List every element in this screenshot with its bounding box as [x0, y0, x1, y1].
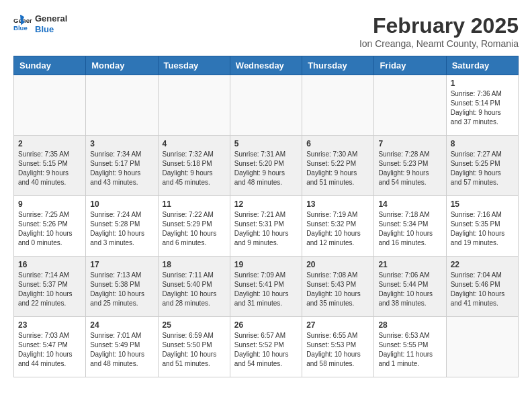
calendar-cell-0-5	[374, 75, 446, 136]
day-number-2-6: 15	[451, 199, 514, 209]
day-number-4-2: 25	[163, 320, 226, 330]
calendar-cell-0-6: 1Sunrise: 7:36 AM Sunset: 5:14 PM Daylig…	[446, 75, 518, 136]
day-number-2-5: 14	[378, 199, 441, 209]
logo-general-text: General	[35, 13, 67, 24]
header-tuesday: Tuesday	[158, 56, 230, 75]
day-number-3-6: 22	[451, 260, 514, 269]
calendar-cell-2-2: 11Sunrise: 7:22 AM Sunset: 5:29 PM Dayli…	[158, 196, 230, 257]
logo-blue-text: Blue	[35, 24, 67, 35]
day-info-2-3: Sunrise: 7:21 AM Sunset: 5:31 PM Dayligh…	[234, 210, 298, 248]
day-number-3-4: 20	[306, 260, 369, 269]
calendar-cell-3-1: 17Sunrise: 7:13 AM Sunset: 5:38 PM Dayli…	[86, 257, 158, 317]
day-info-1-5: Sunrise: 7:28 AM Sunset: 5:23 PM Dayligh…	[378, 150, 441, 187]
day-info-1-6: Sunrise: 7:27 AM Sunset: 5:25 PM Dayligh…	[451, 150, 514, 187]
day-info-1-2: Sunrise: 7:32 AM Sunset: 5:18 PM Dayligh…	[163, 150, 226, 187]
day-info-1-4: Sunrise: 7:30 AM Sunset: 5:22 PM Dayligh…	[306, 150, 369, 187]
day-number-2-3: 12	[234, 199, 298, 209]
header-friday: Friday	[374, 56, 446, 75]
calendar-cell-2-5: 14Sunrise: 7:18 AM Sunset: 5:34 PM Dayli…	[374, 196, 446, 257]
title-block: February 2025 Ion Creanga, Neamt County,…	[359, 13, 519, 49]
month-year-title: February 2025	[359, 13, 519, 38]
day-info-4-2: Sunrise: 6:59 AM Sunset: 5:50 PM Dayligh…	[163, 331, 226, 369]
header-wednesday: Wednesday	[230, 56, 302, 75]
calendar-cell-3-5: 21Sunrise: 7:06 AM Sunset: 5:44 PM Dayli…	[374, 257, 446, 317]
calendar-row-1: 2Sunrise: 7:35 AM Sunset: 5:15 PM Daylig…	[14, 136, 519, 196]
calendar-cell-1-5: 7Sunrise: 7:28 AM Sunset: 5:23 PM Daylig…	[374, 136, 446, 196]
day-number-3-3: 19	[234, 260, 298, 269]
calendar-cell-1-2: 4Sunrise: 7:32 AM Sunset: 5:18 PM Daylig…	[158, 136, 230, 196]
calendar-cell-4-3: 26Sunrise: 6:57 AM Sunset: 5:52 PM Dayli…	[230, 317, 302, 377]
day-info-2-5: Sunrise: 7:18 AM Sunset: 5:34 PM Dayligh…	[378, 210, 441, 248]
calendar-cell-4-5: 28Sunrise: 6:53 AM Sunset: 5:55 PM Dayli…	[374, 317, 446, 377]
day-info-2-0: Sunrise: 7:25 AM Sunset: 5:26 PM Dayligh…	[18, 210, 81, 248]
day-number-4-3: 26	[234, 320, 298, 330]
day-info-3-3: Sunrise: 7:09 AM Sunset: 5:41 PM Dayligh…	[234, 271, 298, 308]
page-header: General Blue General Blue February 2025 …	[13, 13, 519, 49]
calendar-row-2: 9Sunrise: 7:25 AM Sunset: 5:26 PM Daylig…	[14, 196, 519, 257]
calendar-cell-3-4: 20Sunrise: 7:08 AM Sunset: 5:43 PM Dayli…	[302, 257, 374, 317]
day-info-4-5: Sunrise: 6:53 AM Sunset: 5:55 PM Dayligh…	[378, 331, 441, 369]
calendar-cell-2-1: 10Sunrise: 7:24 AM Sunset: 5:28 PM Dayli…	[86, 196, 158, 257]
calendar-row-4: 23Sunrise: 7:03 AM Sunset: 5:47 PM Dayli…	[14, 317, 519, 377]
day-number-1-2: 4	[163, 139, 226, 148]
calendar-cell-1-3: 5Sunrise: 7:31 AM Sunset: 5:20 PM Daylig…	[230, 136, 302, 196]
day-number-2-2: 11	[163, 199, 226, 209]
calendar-cell-4-2: 25Sunrise: 6:59 AM Sunset: 5:50 PM Dayli…	[158, 317, 230, 377]
day-info-1-3: Sunrise: 7:31 AM Sunset: 5:20 PM Dayligh…	[234, 150, 298, 187]
calendar-cell-4-4: 27Sunrise: 6:55 AM Sunset: 5:53 PM Dayli…	[302, 317, 374, 377]
day-number-4-1: 24	[90, 320, 153, 330]
day-info-4-4: Sunrise: 6:55 AM Sunset: 5:53 PM Dayligh…	[306, 331, 369, 369]
day-info-2-6: Sunrise: 7:16 AM Sunset: 5:35 PM Dayligh…	[451, 210, 514, 248]
calendar-cell-3-3: 19Sunrise: 7:09 AM Sunset: 5:41 PM Dayli…	[230, 257, 302, 317]
calendar-table: Sunday Monday Tuesday Wednesday Thursday…	[13, 56, 519, 377]
day-number-1-4: 6	[306, 139, 369, 148]
calendar-cell-1-6: 8Sunrise: 7:27 AM Sunset: 5:25 PM Daylig…	[446, 136, 518, 196]
calendar-cell-4-6	[446, 317, 518, 377]
day-info-3-1: Sunrise: 7:13 AM Sunset: 5:38 PM Dayligh…	[90, 271, 153, 308]
day-number-2-1: 10	[90, 199, 153, 209]
day-info-3-6: Sunrise: 7:04 AM Sunset: 5:46 PM Dayligh…	[451, 271, 514, 308]
header-sunday: Sunday	[14, 56, 86, 75]
calendar-cell-3-6: 22Sunrise: 7:04 AM Sunset: 5:46 PM Dayli…	[446, 257, 518, 317]
day-number-1-6: 8	[451, 139, 514, 148]
day-number-4-4: 27	[306, 320, 369, 330]
day-info-3-5: Sunrise: 7:06 AM Sunset: 5:44 PM Dayligh…	[378, 271, 441, 308]
day-number-4-0: 23	[18, 320, 81, 330]
calendar-cell-3-0: 16Sunrise: 7:14 AM Sunset: 5:37 PM Dayli…	[14, 257, 86, 317]
calendar-row-3: 16Sunrise: 7:14 AM Sunset: 5:37 PM Dayli…	[14, 257, 519, 317]
header-saturday: Saturday	[446, 56, 518, 75]
day-info-0-6: Sunrise: 7:36 AM Sunset: 5:14 PM Dayligh…	[451, 89, 514, 127]
logo-icon: General Blue	[13, 15, 32, 34]
calendar-cell-4-0: 23Sunrise: 7:03 AM Sunset: 5:47 PM Dayli…	[14, 317, 86, 377]
calendar-cell-0-3	[230, 75, 302, 136]
logo: General Blue General Blue	[13, 13, 67, 34]
day-info-4-3: Sunrise: 6:57 AM Sunset: 5:52 PM Dayligh…	[234, 331, 298, 369]
svg-text:Blue: Blue	[13, 24, 28, 31]
calendar-cell-0-0	[14, 75, 86, 136]
calendar-cell-2-4: 13Sunrise: 7:19 AM Sunset: 5:32 PM Dayli…	[302, 196, 374, 257]
header-monday: Monday	[86, 56, 158, 75]
day-info-4-0: Sunrise: 7:03 AM Sunset: 5:47 PM Dayligh…	[18, 331, 81, 369]
calendar-cell-0-4	[302, 75, 374, 136]
day-number-3-1: 17	[90, 260, 153, 269]
day-info-3-0: Sunrise: 7:14 AM Sunset: 5:37 PM Dayligh…	[18, 271, 81, 308]
header-thursday: Thursday	[302, 56, 374, 75]
day-info-3-4: Sunrise: 7:08 AM Sunset: 5:43 PM Dayligh…	[306, 271, 369, 308]
calendar-header-row: Sunday Monday Tuesday Wednesday Thursday…	[14, 56, 519, 75]
day-info-3-2: Sunrise: 7:11 AM Sunset: 5:40 PM Dayligh…	[163, 271, 226, 308]
day-number-1-0: 2	[18, 139, 81, 148]
calendar-cell-2-6: 15Sunrise: 7:16 AM Sunset: 5:35 PM Dayli…	[446, 196, 518, 257]
day-number-1-1: 3	[90, 139, 153, 148]
calendar-cell-1-0: 2Sunrise: 7:35 AM Sunset: 5:15 PM Daylig…	[14, 136, 86, 196]
day-info-4-1: Sunrise: 7:01 AM Sunset: 5:49 PM Dayligh…	[90, 331, 153, 369]
calendar-cell-2-3: 12Sunrise: 7:21 AM Sunset: 5:31 PM Dayli…	[230, 196, 302, 257]
day-number-1-5: 7	[378, 139, 441, 148]
day-number-3-5: 21	[378, 260, 441, 269]
day-info-2-1: Sunrise: 7:24 AM Sunset: 5:28 PM Dayligh…	[90, 210, 153, 248]
day-number-3-2: 18	[163, 260, 226, 269]
day-number-4-5: 28	[378, 320, 441, 330]
day-number-3-0: 16	[18, 260, 81, 269]
calendar-cell-0-2	[158, 75, 230, 136]
day-info-1-0: Sunrise: 7:35 AM Sunset: 5:15 PM Dayligh…	[18, 150, 81, 187]
day-number-1-3: 5	[234, 139, 298, 148]
